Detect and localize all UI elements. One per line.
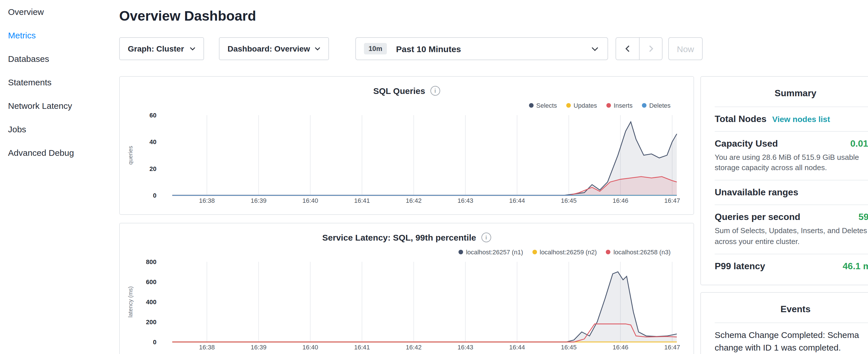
x-tick-label: 16:39 [251, 197, 267, 204]
summary-row-total-nodes: Total Nodes View nodes list 3 [715, 106, 868, 131]
x-tick-label: 16:45 [561, 197, 577, 204]
y-tick-label: 200 [146, 319, 156, 326]
series-area [172, 122, 677, 195]
legend-dot [642, 103, 646, 108]
time-window-badge: 10m [364, 43, 387, 55]
x-tick-label: 16:41 [354, 197, 370, 204]
summary-row-value: 59.7 [859, 212, 868, 223]
graph-scope-dropdown[interactable]: Graph: Cluster [119, 37, 204, 60]
events-panel: Events Schema Change Completed: Schema c… [700, 292, 868, 354]
sidebar-item-statements[interactable]: Statements [0, 70, 109, 94]
sidebar-item-databases[interactable]: Databases [0, 47, 109, 70]
y-tick-label: 60 [150, 112, 156, 119]
chevron-down-icon [591, 47, 598, 51]
view-nodes-list-link[interactable]: View nodes list [772, 115, 830, 124]
legend-dot [606, 103, 611, 108]
info-icon[interactable]: i [430, 86, 440, 96]
summary-row-value: 46.1 ms [843, 261, 868, 271]
x-tick-label: 16:40 [302, 197, 318, 204]
summary-row-p99-latency: P99 latency 46.1 ms [715, 254, 868, 279]
legend-item[interactable]: Selects [529, 102, 557, 109]
sidebar-item-jobs[interactable]: Jobs [0, 118, 109, 141]
chevron-down-icon [190, 47, 195, 51]
summary-row-description: You are using 28.6 MiB of 515.9 GiB usab… [715, 152, 868, 173]
legend-label: Selects [536, 102, 557, 109]
x-tick-label: 16:39 [251, 344, 267, 351]
chevron-left-icon [625, 45, 630, 52]
legend-item[interactable]: Inserts [606, 102, 632, 109]
legend-item[interactable]: localhost:26258 (n3) [606, 249, 671, 255]
page-title: Overview Dashboard [119, 8, 256, 24]
dashboard-dropdown-label: Dashboard: Overview [227, 44, 310, 53]
y-tick-label: 600 [146, 279, 156, 286]
sidebar-item-advanced-debug[interactable]: Advanced Debug [0, 141, 109, 164]
x-tick-label: 16:46 [613, 344, 628, 351]
legend-dot [566, 103, 570, 108]
legend-item[interactable]: localhost:26257 (n1) [459, 249, 523, 255]
series-area [172, 272, 677, 342]
time-step-buttons [616, 37, 662, 60]
y-tick-label: 0 [153, 192, 156, 199]
events-title: Events [715, 293, 868, 322]
x-tick-label: 16:43 [457, 344, 473, 351]
series-line-selects [172, 122, 677, 195]
y-axis-title: queries [127, 146, 133, 165]
legend-item[interactable]: localhost:26259 (n2) [532, 249, 597, 255]
time-forward-button[interactable] [639, 38, 662, 60]
sidebar-item-overview[interactable]: Overview [0, 0, 109, 24]
x-tick-label: 16:42 [406, 197, 422, 204]
x-tick-label: 16:38 [199, 344, 215, 351]
chevron-right-icon [649, 45, 653, 52]
x-tick-label: 16:41 [354, 344, 370, 351]
chart-plot-1[interactable]: 16:3816:3916:4016:4116:4216:4316:4416:45… [120, 258, 694, 354]
legend-label: localhost:26258 (n3) [614, 249, 671, 255]
summary-panel: Summary Total Nodes View nodes list 3 Ca… [700, 76, 868, 285]
summary-row-label: Unavailable ranges [715, 188, 798, 198]
time-window-label: Past 10 Minutes [396, 44, 591, 54]
service-latency-chart-panel: Service Latency: SQL, 99th percentile i … [119, 223, 694, 354]
legend-label: localhost:26259 (n2) [539, 249, 597, 255]
sql-queries-chart-panel: SQL Queries i SelectsUpdatesInsertsDelet… [119, 76, 694, 215]
y-tick-label: 400 [146, 298, 156, 305]
legend-dot [459, 250, 463, 254]
summary-row-label: Capacity Used [715, 139, 778, 149]
legend-dot [529, 103, 533, 108]
event-text: Schema Change Completed: Schema change w… [715, 329, 868, 354]
event-item[interactable]: Schema Change Completed: Schema change w… [715, 322, 868, 354]
sidebar: Overview Metrics Databases Statements Ne… [0, 0, 109, 354]
summary-row-unavailable-ranges: Unavailable ranges 0 [715, 180, 868, 205]
chart-legend-0: SelectsUpdatesInsertsDeletes [529, 102, 671, 109]
legend-item[interactable]: Deletes [642, 102, 671, 109]
now-button[interactable]: Now [668, 37, 703, 60]
legend-label: Deletes [649, 102, 671, 109]
summary-row-value: 0.01% [850, 139, 868, 149]
x-tick-label: 16:47 [664, 344, 680, 351]
time-window-selector[interactable]: 10m Past 10 Minutes [355, 37, 608, 60]
x-tick-label: 16:47 [664, 197, 680, 204]
y-tick-label: 0 [153, 339, 156, 346]
x-tick-label: 16:38 [199, 197, 215, 204]
chart-title: SQL Queries [373, 86, 425, 96]
summary-row-queries-per-second: Queries per second 59.7 Sum of Selects, … [715, 205, 868, 254]
summary-row-label: Total Nodes [715, 114, 767, 124]
sidebar-item-network-latency[interactable]: Network Latency [0, 94, 109, 118]
dashboard-dropdown[interactable]: Dashboard: Overview [219, 37, 329, 60]
series-area [172, 177, 677, 195]
legend-dot [606, 250, 611, 254]
legend-dot [532, 250, 537, 254]
info-icon[interactable]: i [481, 232, 491, 242]
chart-legend-1: localhost:26257 (n1)localhost:26259 (n2)… [459, 249, 671, 255]
chart-title: Service Latency: SQL, 99th percentile [322, 232, 476, 242]
summary-row-capacity-used: Capacity Used 0.01% You are using 28.6 M… [715, 131, 868, 180]
legend-label: localhost:26257 (n1) [466, 249, 523, 255]
x-tick-label: 16:43 [457, 197, 473, 204]
sidebar-item-metrics[interactable]: Metrics [0, 24, 109, 47]
x-tick-label: 16:42 [406, 344, 422, 351]
time-backward-button[interactable] [616, 38, 639, 60]
chart-plot-0[interactable]: 16:3816:3916:4016:4116:4216:4316:4416:45… [120, 111, 694, 212]
y-tick-label: 20 [150, 165, 156, 172]
y-tick-label: 800 [146, 258, 156, 265]
graph-scope-label: Graph: Cluster [128, 44, 184, 53]
legend-item[interactable]: Updates [566, 102, 597, 109]
summary-row-label: Queries per second [715, 212, 800, 223]
